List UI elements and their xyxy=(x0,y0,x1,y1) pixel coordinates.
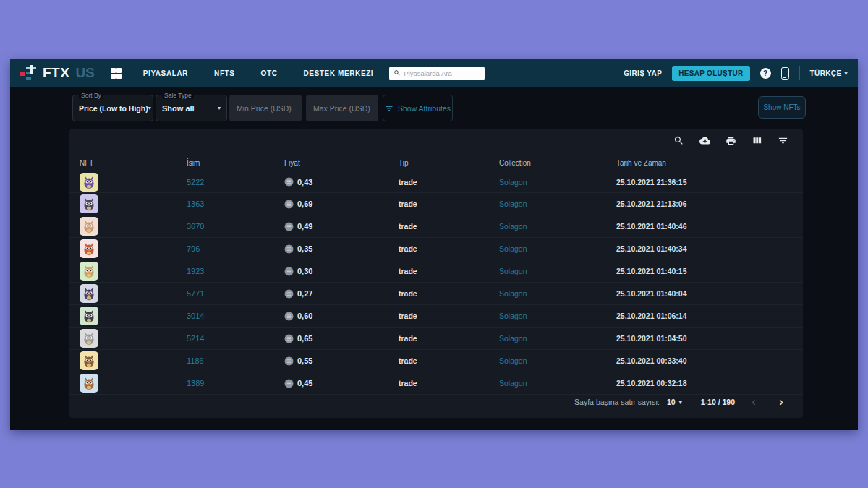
nft-name-link: 5771 xyxy=(187,289,284,298)
nft-price: 0,49 xyxy=(284,222,399,231)
table-row[interactable]: 3014 0,60 trade Solagon 25.10.2021 01:06… xyxy=(69,305,803,328)
brand-suffix: US xyxy=(75,65,94,81)
min-price-field[interactable] xyxy=(229,95,302,121)
main-menu: PIYASALAR NFTS OTC DESTEK MERKEZI xyxy=(143,69,373,77)
search-icon[interactable] xyxy=(673,135,684,146)
trade-type: trade xyxy=(399,222,499,231)
table-row[interactable]: 1363 0,69 trade Solagon 25.10.2021 21:13… xyxy=(69,193,803,215)
token-coin-icon xyxy=(284,244,294,254)
rows-per-page-label: Sayfa başına satır sayısı: xyxy=(574,398,660,406)
collection-link: Solagon xyxy=(499,244,616,253)
pagination-range: 1-10 / 190 xyxy=(701,398,735,406)
trade-type: trade xyxy=(399,244,499,253)
nft-price: 0,55 xyxy=(284,356,399,366)
rows-per-page-select[interactable]: 10 ▾ xyxy=(667,398,682,406)
nft-thumbnail[interactable] xyxy=(80,374,98,393)
trade-datetime: 25.10.2021 01:04:50 xyxy=(616,334,803,343)
table-row[interactable]: 1923 0,30 trade Solagon 25.10.2021 01:40… xyxy=(69,260,803,283)
min-price-input[interactable] xyxy=(237,104,294,113)
chevron-down-icon: ▾ xyxy=(218,105,221,111)
mobile-app-icon[interactable] xyxy=(781,67,789,80)
table-row[interactable]: 1186 0,55 trade Solagon 25.10.2021 00:33… xyxy=(69,350,803,372)
token-coin-icon xyxy=(284,177,294,187)
col-header-fiyat[interactable]: Fiyat xyxy=(284,159,399,167)
language-selector[interactable]: TÜRKÇE ▾ xyxy=(810,69,848,77)
owl-avatar-icon xyxy=(81,174,97,190)
nft-thumbnail[interactable] xyxy=(80,217,98,236)
token-coin-icon xyxy=(284,200,294,209)
sort-by-select[interactable]: Sort By Price (Low to High) ▾ xyxy=(72,95,153,121)
nft-thumbnail[interactable] xyxy=(80,194,98,213)
signup-button[interactable]: HESAP OLUŞTUR xyxy=(672,66,749,81)
menu-item-nfts[interactable]: NFTS xyxy=(214,69,235,77)
price-value: 0,65 xyxy=(297,334,312,343)
table-body: 5222 0,43 trade Solagon 25.10.2021 21:36… xyxy=(69,171,803,395)
ftx-logo[interactable]: FTXUS xyxy=(20,65,95,81)
nft-thumbnail[interactable] xyxy=(80,351,98,370)
show-attributes-button[interactable]: Show Attributes xyxy=(383,95,453,121)
cloud-download-icon[interactable] xyxy=(699,135,710,146)
show-nfts-button[interactable]: Show NFTs xyxy=(758,96,806,119)
token-coin-icon xyxy=(284,334,294,343)
collection-link: Solagon xyxy=(499,222,616,231)
table-row[interactable]: 5222 0,43 trade Solagon 25.10.2021 21:36… xyxy=(69,171,803,193)
trade-type: trade xyxy=(399,379,499,388)
trade-type: trade xyxy=(399,200,499,208)
nft-price: 0,30 xyxy=(284,267,399,276)
price-value: 0,30 xyxy=(297,267,312,275)
nft-thumbnail[interactable] xyxy=(80,307,98,325)
owl-avatar-icon xyxy=(81,308,97,324)
col-header-tarih[interactable]: Tarih ve Zaman xyxy=(616,159,803,167)
price-value: 0,60 xyxy=(297,312,312,320)
search-icon xyxy=(393,69,401,77)
nft-price: 0,27 xyxy=(284,289,399,299)
print-icon[interactable] xyxy=(726,135,736,146)
show-nfts-label: Show NFTs xyxy=(763,103,800,111)
nft-name-link: 1923 xyxy=(187,267,284,275)
nft-thumbnail[interactable] xyxy=(80,262,98,281)
table-row[interactable]: 1389 0,45 trade Solagon 25.10.2021 00:32… xyxy=(69,372,803,395)
col-header-tip[interactable]: Tip xyxy=(399,159,499,167)
nft-price: 0,65 xyxy=(284,334,399,343)
trade-type: trade xyxy=(399,289,499,298)
owl-avatar-icon xyxy=(81,286,97,301)
login-button[interactable]: GIRIŞ YAP xyxy=(624,69,662,77)
nft-thumbnail[interactable] xyxy=(80,329,98,348)
nft-thumbnail[interactable] xyxy=(80,239,98,258)
table-row[interactable]: 5214 0,65 trade Solagon 25.10.2021 01:04… xyxy=(69,328,803,350)
show-attributes-label: Show Attributes xyxy=(398,104,451,113)
view-columns-icon[interactable] xyxy=(752,135,762,146)
col-header-nft[interactable]: NFT xyxy=(80,159,187,167)
apps-grid-icon[interactable] xyxy=(111,68,122,79)
menu-item-otc[interactable]: OTC xyxy=(261,69,278,77)
max-price-field[interactable] xyxy=(306,95,378,121)
menu-item-piyasalar[interactable]: PIYASALAR xyxy=(143,69,188,77)
table-row[interactable]: 5771 0,27 trade Solagon 25.10.2021 01:40… xyxy=(69,283,803,305)
nft-price: 0,60 xyxy=(284,312,399,321)
rows-per-page-value: 10 xyxy=(667,398,676,406)
market-search-box[interactable] xyxy=(389,67,485,80)
collection-link: Solagon xyxy=(499,200,616,208)
nft-thumbnail[interactable] xyxy=(80,173,98,192)
table-row[interactable]: 796 0,35 trade Solagon 25.10.2021 01:40:… xyxy=(69,238,803,260)
collection-link: Solagon xyxy=(499,334,616,343)
menu-item-destek-merkezi[interactable]: DESTEK MERKEZI xyxy=(304,69,374,77)
nft-price: 0,45 xyxy=(284,379,399,388)
filter-list-icon[interactable] xyxy=(778,135,788,146)
col-header-isim[interactable]: İsim xyxy=(187,159,284,167)
trade-datetime: 25.10.2021 01:40:15 xyxy=(616,267,803,275)
prev-page-button[interactable]: ‹ xyxy=(745,393,762,411)
ftx-logo-icon xyxy=(20,65,38,81)
nft-name-link: 5214 xyxy=(187,334,284,343)
next-page-button[interactable]: › xyxy=(773,393,790,411)
trade-datetime: 25.10.2021 00:33:40 xyxy=(616,356,803,365)
sale-type-select[interactable]: Sale Type Show all ▾ xyxy=(156,95,227,121)
help-icon[interactable]: ? xyxy=(760,68,771,79)
nft-thumbnail[interactable] xyxy=(80,284,98,303)
table-row[interactable]: 3670 0,49 trade Solagon 25.10.2021 01:40… xyxy=(69,215,803,238)
max-price-input[interactable] xyxy=(313,104,371,113)
language-label: TÜRKÇE xyxy=(810,69,842,77)
col-header-collection[interactable]: Collection xyxy=(499,159,616,167)
nft-name-link: 5222 xyxy=(187,178,284,187)
search-input[interactable] xyxy=(404,69,480,77)
